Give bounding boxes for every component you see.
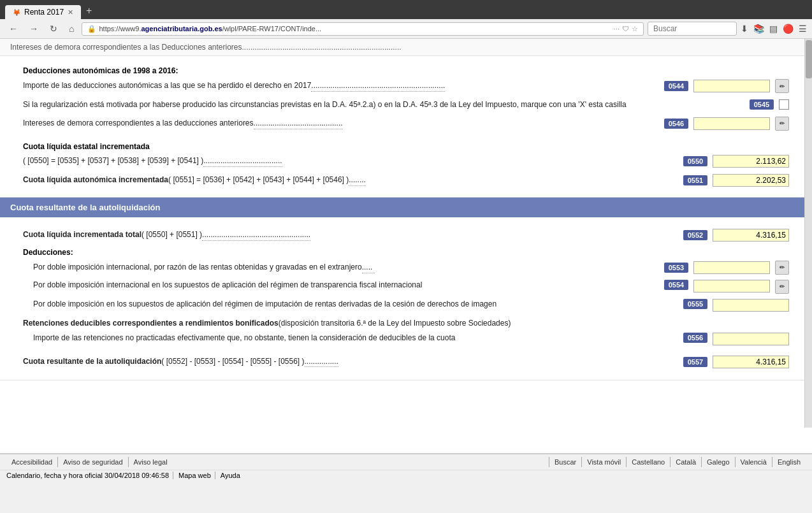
row-0551: Cuota líquida autonómica incrementada( [… — [13, 170, 799, 191]
edit-button-0554[interactable]: ✏ — [775, 280, 789, 294]
star-icon[interactable]: ☆ — [632, 25, 638, 33]
download-icon[interactable]: ⬇ — [741, 24, 748, 34]
secure-icon: 🔒 — [87, 25, 96, 33]
footer-link-castellano[interactable]: Castellano — [627, 457, 671, 467]
row-0554-label: Por doble imposición internacional en lo… — [23, 280, 659, 291]
field-code-0554: 0554 — [664, 280, 688, 290]
footer-link-catala[interactable]: Català — [671, 457, 702, 467]
footer-ayuda[interactable]: Ayuda — [215, 472, 240, 479]
field-code-0546: 0546 — [664, 119, 688, 129]
tab-title: Renta 2017 — [24, 8, 64, 17]
menu-icon[interactable]: ☰ — [799, 24, 807, 34]
layout-icon[interactable]: ▤ — [769, 24, 778, 34]
row-0551-label: Cuota líquida autonómica incrementada( [… — [23, 175, 678, 186]
row-0555: Por doble imposición en los supuestos de… — [13, 296, 799, 314]
row-0556-label: Importe de las retenciones no practicada… — [23, 333, 678, 343]
active-tab[interactable]: 🦊 Renta 2017 ✕ — [5, 5, 81, 19]
footer-link-galego[interactable]: Galego — [702, 457, 735, 467]
footer-link-aviso-legal[interactable]: Aviso legal — [129, 457, 173, 467]
deducciones-title: Deducciones: — [13, 244, 799, 258]
input-0552[interactable] — [713, 229, 789, 242]
tab-icon: 🦊 — [13, 9, 20, 16]
row-0552-label: Cuota líquida incrementada total( [0550]… — [23, 229, 678, 241]
input-0554[interactable] — [693, 280, 770, 293]
firefox-icon[interactable]: 🔴 — [783, 24, 794, 34]
edit-button-0546[interactable]: ✏ — [775, 117, 789, 131]
forward-button[interactable]: → — [25, 22, 42, 35]
checkbox-0545[interactable] — [779, 99, 789, 110]
url-display: https://www9.agenciatributaria.gob.es/wl… — [99, 25, 611, 33]
back-button[interactable]: ← — [5, 22, 22, 35]
top-partial-row: Intereses de demora correspondientes a l… — [0, 39, 812, 56]
input-0550[interactable] — [713, 155, 789, 168]
footer-link-vista-movil[interactable]: Vista móvil — [582, 457, 627, 467]
field-code-0544: 0544 — [664, 81, 688, 91]
tab-bar: 🦊 Renta 2017 ✕ + — [0, 0, 812, 19]
row-0554: Por doble imposición internacional en lo… — [13, 277, 799, 296]
home-button[interactable]: ⌂ — [65, 22, 78, 35]
row-0557: Cuota resultante de la autoliquidación( … — [13, 353, 799, 373]
deductions-autonomic-section: Deducciones autonómicas de 1998 a 2016: … — [0, 56, 812, 198]
row-0550: ( [0550] = [0535] + [0537] + [0538] + [0… — [13, 152, 799, 170]
row-0553: Por doble imposición internacional, por … — [13, 258, 799, 277]
row-0546: Intereses de demora correspondientes a l… — [13, 114, 799, 133]
field-code-0553: 0553 — [664, 263, 688, 273]
row-0550-label: ( [0550] = [0535] + [0537] + [0538] + [0… — [23, 155, 678, 167]
row-0545: Si la regularización está motivada por h… — [13, 96, 799, 114]
input-0555[interactable] — [713, 299, 789, 312]
nav-icons: ⬇ 📚 ▤ 🔴 ☰ — [741, 24, 807, 34]
row-0546-label: Intereses de demora correspondientes a l… — [23, 118, 659, 129]
footer-mapa-web[interactable]: Mapa web — [173, 472, 211, 479]
bookmark-icon[interactable]: 🛡 — [622, 25, 629, 33]
input-0553[interactable] — [693, 261, 770, 274]
page-wrapper: Intereses de demora correspondientes a l… — [0, 39, 812, 453]
retenciones-title: Retenciones deducibles correspondientes … — [23, 318, 789, 329]
tab-close-button[interactable]: ✕ — [68, 8, 73, 17]
row-0557-label: Cuota resultante de la autoliquidación( … — [23, 356, 678, 368]
row-0544: Importe de las deducciones autonómicas a… — [13, 76, 799, 96]
new-tab-button[interactable]: + — [81, 3, 97, 19]
footer-right-links: Buscar Vista móvil Castellano Català Gal… — [549, 457, 806, 467]
footer-link-aviso-seguridad[interactable]: Aviso de seguridad — [58, 457, 128, 467]
cuota-resultante-section: Cuota líquida incrementada total( [0550]… — [0, 217, 812, 380]
footer-datetime: Calendario, fecha y hora oficial 30/04/2… — [6, 472, 169, 479]
input-0551[interactable] — [713, 174, 789, 187]
footer-link-english[interactable]: English — [772, 457, 806, 467]
cuota-estatal-title: Cuota líquida estatal incrementada — [13, 138, 799, 152]
field-code-0551: 0551 — [683, 175, 707, 185]
footer-link-buscar[interactable]: Buscar — [549, 457, 582, 467]
edit-button-0553[interactable]: ✏ — [775, 261, 789, 275]
field-code-0556: 0556 — [683, 333, 707, 343]
field-code-0555: 0555 — [683, 299, 707, 309]
address-bar[interactable]: 🔒 https://www9.agenciatributaria.gob.es/… — [82, 22, 644, 36]
blue-section-header: Cuota resultante de la autoliquidación — [0, 198, 812, 217]
input-0546[interactable] — [693, 117, 770, 130]
nav-bar: ← → ↻ ⌂ 🔒 https://www9.agenciatributaria… — [0, 19, 812, 39]
input-0556[interactable] — [713, 333, 789, 345]
deductions-autonomic-title: Deducciones autonómicas de 1998 a 2016: — [13, 62, 799, 76]
scrollbar[interactable] — [804, 39, 812, 428]
input-0544[interactable] — [693, 80, 770, 92]
row-0552: Cuota líquida incrementada total( [0550]… — [13, 224, 799, 244]
footer-links-row: Accesibilidad Aviso de seguridad Aviso l… — [0, 454, 812, 470]
row-0556: Importe de las retenciones no practicada… — [13, 330, 799, 348]
reload-button[interactable]: ↻ — [46, 22, 61, 35]
edit-button-0544[interactable]: ✏ — [775, 79, 789, 93]
more-options-icon[interactable]: ··· — [614, 25, 620, 33]
search-input[interactable] — [648, 22, 737, 36]
retenciones-title-row: Retenciones deducibles correspondientes … — [13, 314, 799, 330]
field-code-0557: 0557 — [683, 357, 707, 367]
footer: Accesibilidad Aviso de seguridad Aviso l… — [0, 453, 812, 480]
field-code-0545: 0545 — [750, 99, 774, 110]
field-code-0550: 0550 — [683, 156, 707, 166]
footer-link-valencia[interactable]: Valencià — [736, 457, 772, 467]
row-0544-label: Importe de las deducciones autonómicas a… — [23, 80, 659, 92]
page-content: Intereses de demora correspondientes a l… — [0, 39, 812, 453]
library-icon[interactable]: 📚 — [753, 24, 764, 34]
footer-link-accesibilidad[interactable]: Accesibilidad — [6, 457, 58, 467]
input-0557[interactable] — [713, 356, 789, 368]
row-0555-label: Por doble imposición en los supuestos de… — [23, 299, 678, 310]
row-0545-label: Si la regularización está motivada por h… — [23, 99, 744, 110]
row-0553-label: Por doble imposición internacional, por … — [23, 262, 659, 273]
footer-left-links: Accesibilidad Aviso de seguridad Aviso l… — [6, 457, 173, 467]
